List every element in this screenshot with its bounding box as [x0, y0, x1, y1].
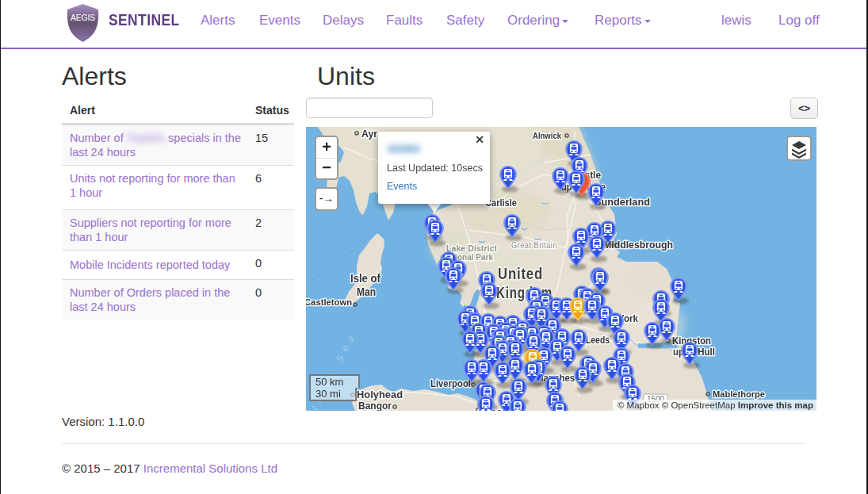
svg-text:Leeds: Leeds [586, 335, 610, 346]
svg-text:Ayr: Ayr [361, 128, 377, 140]
svg-text:Liverpool: Liverpool [430, 378, 471, 389]
svg-text:Mablethorpe: Mablethorpe [713, 389, 765, 399]
svg-text:Isle of: Isle of [350, 272, 380, 285]
svg-text:Alnwick: Alnwick [533, 131, 561, 140]
svg-text:Man: Man [357, 285, 376, 298]
svg-text:Bangor: Bangor [358, 400, 392, 411]
svg-text:Castletown: Castletown [306, 297, 352, 307]
svg-text:Holyhead: Holyhead [357, 389, 403, 400]
svg-text:United: United [498, 264, 543, 282]
svg-text:AEGIS: AEGIS [71, 13, 95, 22]
svg-text:Carlisle: Carlisle [485, 197, 517, 209]
svg-text:Great Britain: Great Britain [511, 240, 557, 250]
